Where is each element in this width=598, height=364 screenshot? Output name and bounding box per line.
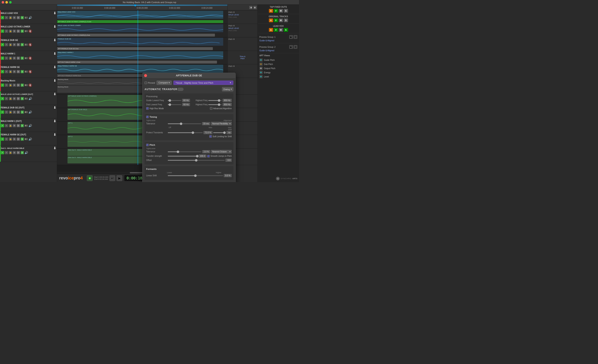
- mute-icon[interactable]: 🔇: [28, 30, 32, 33]
- volume-icon[interactable]: 🔊: [28, 97, 32, 100]
- play-button[interactable]: ▶: [116, 175, 122, 181]
- settings-button[interactable]: ⚙: [13, 57, 16, 60]
- close-button[interactable]: [2, 1, 4, 4]
- high-res-checkbox[interactable]: [146, 107, 149, 110]
- compare-button[interactable]: Compare ▾: [157, 81, 172, 85]
- waveform-row[interactable]: MALE LEAD OCTAVE LOWER APT:MALE LEAD OCT…: [57, 24, 227, 37]
- solo-button[interactable]: S: [21, 30, 24, 33]
- track-collapse-icon[interactable]: ⬇: [53, 79, 56, 83]
- record-button[interactable]: ⏺: [87, 175, 93, 181]
- add-button[interactable]: +: [1, 43, 4, 46]
- eye-icon[interactable]: 👁: [259, 58, 263, 62]
- lock-button[interactable]: 🔒: [9, 151, 12, 154]
- solo-button[interactable]: S: [21, 16, 24, 19]
- rewind-button[interactable]: ↩: [109, 175, 115, 181]
- waveform-row[interactable]: Warp:MALE HARM 2 APT:OUT MALE HARM 1-Dub: [57, 51, 227, 64]
- settings-button[interactable]: ⚙: [13, 97, 16, 100]
- settings-group-button[interactable]: ⚙: [294, 45, 297, 49]
- eye-icon[interactable]: 👁: [259, 67, 263, 70]
- settings-button[interactable]: ⚙: [13, 124, 16, 127]
- solo-button[interactable]: S: [21, 70, 24, 73]
- mute-button[interactable]: M: [17, 70, 20, 73]
- v-button[interactable]: V: [274, 18, 278, 22]
- track-collapse-icon[interactable]: ⬇: [53, 146, 56, 150]
- max-shift-slider[interactable]: [213, 132, 226, 133]
- advanced-checkbox[interactable]: [210, 107, 212, 110]
- guide-lowest-slider[interactable]: [168, 100, 181, 101]
- preset-button[interactable]: *Vocal - Slightly loose Time and Pitch ▾: [173, 81, 233, 85]
- add2-button[interactable]: +: [5, 110, 8, 114]
- mute-button[interactable]: M: [17, 16, 20, 19]
- nav-left-button[interactable]: ◀: [249, 6, 252, 9]
- add2-button[interactable]: +: [5, 30, 8, 33]
- solo-button[interactable]: S: [21, 43, 24, 46]
- add2-button[interactable]: +: [5, 43, 8, 46]
- add2-button[interactable]: +: [5, 70, 8, 73]
- alignment-dropdown[interactable]: Normal Flexibility ▾: [211, 122, 232, 125]
- mute-button[interactable]: M: [17, 57, 20, 60]
- track-collapse-icon[interactable]: ⬇: [53, 25, 56, 29]
- add-button[interactable]: +: [1, 57, 4, 60]
- add2-button[interactable]: +: [5, 151, 8, 154]
- a-button[interactable]: A: [269, 28, 273, 32]
- track-collapse-icon[interactable]: ⬇: [53, 52, 56, 56]
- volume-icon[interactable]: 🔊: [28, 124, 32, 127]
- add-button[interactable]: +: [1, 30, 4, 33]
- add2-button[interactable]: +: [5, 124, 8, 127]
- add-button[interactable]: +: [1, 16, 4, 19]
- s-button[interactable]: S: [284, 9, 288, 13]
- m-button[interactable]: M: [279, 9, 283, 13]
- add-button[interactable]: +: [1, 110, 4, 114]
- pinned-checkbox[interactable]: [144, 82, 147, 84]
- add2-button[interactable]: +: [5, 57, 8, 60]
- lock-button[interactable]: 🔒: [9, 16, 12, 19]
- track-collapse-icon[interactable]: ⬇: [53, 11, 56, 15]
- s-button[interactable]: S: [284, 28, 288, 32]
- transfer-strength-slider[interactable]: [168, 156, 198, 157]
- dub-highest-slider[interactable]: [208, 104, 222, 105]
- solo-button[interactable]: S: [21, 124, 24, 127]
- add-button[interactable]: +: [1, 124, 4, 127]
- waveform-row[interactable]: Warp:MALE LEAD VOX APT:MALE LEAD OCTAVE …: [57, 10, 227, 24]
- solo-button[interactable]: S: [21, 83, 24, 87]
- maximize-button[interactable]: [9, 1, 12, 4]
- track-collapse-icon[interactable]: ⬇: [53, 92, 56, 96]
- volume-icon[interactable]: 🔊: [28, 137, 32, 141]
- settings-button[interactable]: ⚙: [13, 30, 16, 33]
- solo-button[interactable]: S: [21, 151, 24, 154]
- settings-button[interactable]: ⚙: [13, 70, 16, 73]
- lock-button[interactable]: 🔒: [9, 70, 12, 73]
- eye-icon[interactable]: 👁: [259, 71, 263, 74]
- window-controls[interactable]: [2, 1, 12, 4]
- track-collapse-icon[interactable]: ⬇: [53, 119, 56, 123]
- settings-group-button[interactable]: ⚙: [294, 35, 297, 39]
- settings-button[interactable]: ⚙: [13, 151, 16, 154]
- volume-icon[interactable]: 🔊: [28, 16, 32, 19]
- settings-button[interactable]: ⚙: [13, 43, 16, 46]
- mute-icon[interactable]: 🔇: [28, 57, 32, 60]
- track-collapse-icon[interactable]: ⬇: [53, 106, 56, 110]
- volume-icon[interactable]: 🔊: [25, 151, 28, 154]
- v-button[interactable]: V: [274, 28, 278, 32]
- protect-slider[interactable]: [168, 132, 203, 133]
- a-button[interactable]: A: [269, 18, 273, 22]
- add2-button[interactable]: +: [5, 97, 8, 100]
- play-group-button[interactable]: ▶: [289, 45, 293, 49]
- solo-button[interactable]: S: [21, 137, 24, 141]
- add-button[interactable]: +: [1, 70, 4, 73]
- lock-button[interactable]: 🔒: [9, 57, 12, 60]
- volume-icon[interactable]: 🔊: [28, 110, 32, 114]
- add-button[interactable]: +: [1, 97, 4, 100]
- nav-right-button[interactable]: ▶: [253, 6, 257, 9]
- v-button[interactable]: V: [274, 9, 278, 13]
- dub-lowest-slider[interactable]: [168, 104, 181, 105]
- pitch-checkbox[interactable]: [146, 144, 149, 146]
- settings-button[interactable]: ⚙: [13, 110, 16, 114]
- track-collapse-icon[interactable]: ⬇: [53, 65, 56, 69]
- auto-transfer-toggle[interactable]: [177, 88, 183, 91]
- lock-button[interactable]: 🔒: [9, 124, 12, 127]
- settings-button[interactable]: ⚙: [13, 83, 16, 87]
- add-button[interactable]: +: [1, 151, 4, 154]
- a-button[interactable]: A: [269, 9, 273, 13]
- mute-button[interactable]: M: [17, 30, 20, 33]
